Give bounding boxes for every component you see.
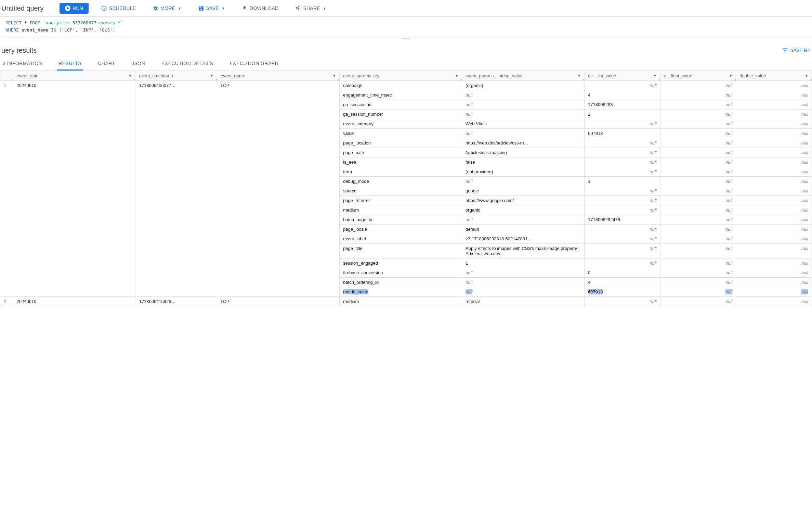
- table-cell[interactable]: event_category: [340, 119, 462, 128]
- table-cell[interactable]: null: [736, 234, 812, 243]
- table-cell[interactable]: null: [462, 109, 585, 119]
- table-cell[interactable]: 4: [585, 277, 660, 287]
- table-cell[interactable]: metric_value: [340, 287, 462, 296]
- table-cell[interactable]: null: [660, 138, 736, 148]
- table-cell[interactable]: null: [660, 268, 736, 277]
- table-cell[interactable]: 20240610: [13, 80, 135, 296]
- table-cell[interactable]: null: [660, 100, 736, 109]
- download-button[interactable]: DOWNLOAD: [237, 3, 283, 13]
- table-cell[interactable]: https://web.dev/articles/css-m…: [462, 138, 585, 148]
- table-cell[interactable]: null: [585, 205, 660, 215]
- table-cell[interactable]: 607918: [585, 287, 660, 296]
- table-cell[interactable]: null: [736, 100, 812, 109]
- table-cell[interactable]: null: [660, 195, 736, 205]
- table-cell[interactable]: /articles/css-masking: [462, 148, 585, 157]
- table-cell[interactable]: null: [585, 148, 660, 157]
- table-cell[interactable]: null: [736, 224, 812, 234]
- table-cell[interactable]: null: [660, 80, 736, 90]
- table-cell[interactable]: null: [585, 224, 660, 234]
- schedule-button[interactable]: SCHEDULE: [97, 3, 140, 13]
- table-cell[interactable]: null: [736, 128, 812, 138]
- table-cell[interactable]: LCP: [217, 80, 340, 296]
- table-cell[interactable]: null: [736, 205, 812, 215]
- table-cell[interactable]: Web Vitals: [462, 119, 585, 128]
- table-cell[interactable]: https://www.google.com/: [462, 195, 585, 205]
- table-cell[interactable]: null: [736, 268, 812, 277]
- share-button[interactable]: SHARE ▼: [291, 3, 330, 13]
- col-int-value[interactable]: ev… int_value▼: [585, 71, 660, 80]
- save-results-button[interactable]: SAVE RE: [782, 47, 811, 53]
- table-cell[interactable]: google: [462, 186, 585, 195]
- table-cell[interactable]: referral: [462, 296, 585, 306]
- table-cell[interactable]: null: [660, 128, 736, 138]
- table-cell[interactable]: null: [660, 90, 736, 100]
- table-cell[interactable]: page_locale: [340, 224, 462, 234]
- table-cell[interactable]: null: [660, 296, 736, 306]
- tab-results[interactable]: RESULTS: [57, 57, 83, 71]
- save-button[interactable]: SAVE ▼: [194, 3, 229, 13]
- table-cell[interactable]: 1718006293: [585, 100, 660, 109]
- table-cell[interactable]: null: [585, 119, 660, 128]
- table-cell[interactable]: 1: [462, 258, 585, 268]
- table-cell[interactable]: false: [462, 157, 585, 167]
- table-cell[interactable]: is_eea: [340, 157, 462, 167]
- table-cell[interactable]: (not provided): [462, 167, 585, 176]
- table-cell[interactable]: null: [660, 258, 736, 268]
- tab-job-information[interactable]: 3 INFORMATION: [1, 57, 43, 71]
- table-cell[interactable]: null: [585, 243, 660, 258]
- table-cell[interactable]: 1718006415826…: [135, 296, 217, 306]
- table-cell[interactable]: 0: [585, 268, 660, 277]
- table-cell[interactable]: null: [736, 90, 812, 100]
- table-cell[interactable]: null: [736, 277, 812, 287]
- table-cell[interactable]: null: [585, 186, 660, 195]
- table-cell[interactable]: null: [660, 148, 736, 157]
- table-cell[interactable]: null: [660, 167, 736, 176]
- col-event-timestamp[interactable]: event_timestamp▼: [135, 71, 217, 80]
- table-cell[interactable]: page_referrer: [340, 195, 462, 205]
- table-cell[interactable]: null: [660, 186, 736, 195]
- table-cell[interactable]: null: [660, 287, 736, 296]
- table-cell[interactable]: null: [736, 138, 812, 148]
- table-cell[interactable]: null: [462, 176, 585, 186]
- col-params-key[interactable]: event_params.key▼: [340, 71, 462, 80]
- table-cell[interactable]: LCP: [217, 296, 340, 306]
- table-cell[interactable]: 4: [585, 90, 660, 100]
- table-cell[interactable]: null: [462, 90, 585, 100]
- table-cell[interactable]: firebase_conversion: [340, 268, 462, 277]
- table-cell[interactable]: batch_page_id: [340, 215, 462, 224]
- table-cell[interactable]: null: [736, 186, 812, 195]
- table-cell[interactable]: page_title: [340, 243, 462, 258]
- table-cell[interactable]: null: [660, 243, 736, 258]
- table-cell[interactable]: medium: [340, 205, 462, 215]
- table-cell[interactable]: ga_session_id: [340, 100, 462, 109]
- more-button[interactable]: MORE ▼: [148, 3, 185, 13]
- tab-chart[interactable]: CHART: [96, 57, 116, 71]
- table-cell[interactable]: batch_ordering_id: [340, 277, 462, 287]
- table-cell[interactable]: (organic): [462, 80, 585, 90]
- table-cell[interactable]: null: [585, 258, 660, 268]
- table-cell[interactable]: null: [462, 268, 585, 277]
- tab-execution-graph[interactable]: EXECUTION GRAPH: [228, 57, 280, 71]
- table-cell[interactable]: organic: [462, 205, 585, 215]
- table-cell[interactable]: ga_session_number: [340, 109, 462, 119]
- table-cell[interactable]: 607918: [585, 128, 660, 138]
- table-cell[interactable]: null: [585, 296, 660, 306]
- table-cell[interactable]: null: [736, 258, 812, 268]
- table-cell[interactable]: null: [585, 167, 660, 176]
- table-cell[interactable]: default: [462, 224, 585, 234]
- table-cell[interactable]: null: [736, 243, 812, 258]
- table-cell[interactable]: null: [660, 277, 736, 287]
- table-cell[interactable]: source: [340, 186, 462, 195]
- table-cell[interactable]: null: [736, 195, 812, 205]
- table-cell[interactable]: engagement_time_msec: [340, 90, 462, 100]
- table-cell[interactable]: null: [660, 119, 736, 128]
- table-cell[interactable]: null: [462, 100, 585, 109]
- table-cell[interactable]: 1: [585, 176, 660, 186]
- table-cell[interactable]: null: [660, 109, 736, 119]
- col-event-name[interactable]: event_name▼: [217, 71, 340, 80]
- table-cell[interactable]: null: [660, 234, 736, 243]
- table-cell[interactable]: v3-1718006293318-602142891…: [462, 234, 585, 243]
- table-cell[interactable]: event_label: [340, 234, 462, 243]
- table-cell[interactable]: null: [585, 234, 660, 243]
- table-cell[interactable]: null: [660, 176, 736, 186]
